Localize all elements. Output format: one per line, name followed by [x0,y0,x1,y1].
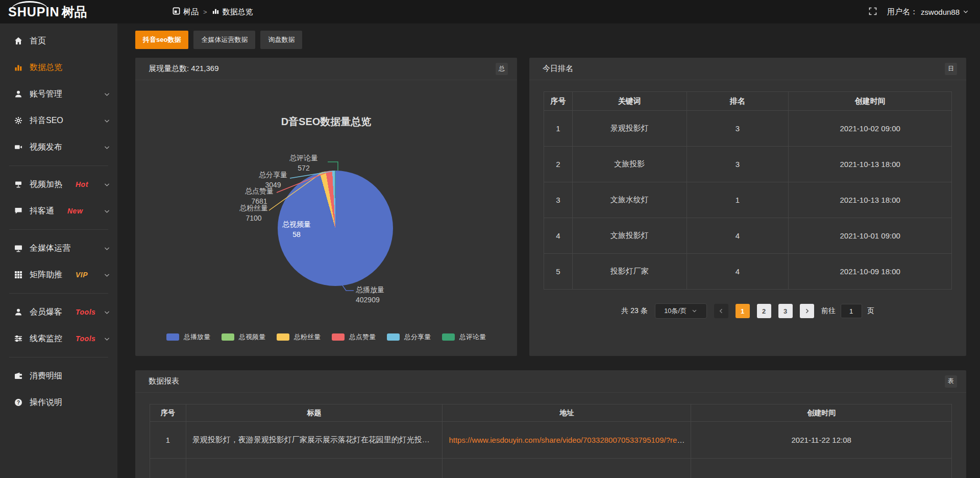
fullscreen-icon[interactable] [869,7,877,17]
legend-label: 总播放量 [184,332,210,342]
pagination: 共 23 条 10条/页 1 2 3 前往 页 [529,303,966,319]
sidebar-item-label: 抖客通 [30,206,54,217]
question-icon: ? [14,398,22,407]
chevron-down-icon [104,144,110,151]
grid-icon [14,271,22,279]
sidebar-item-spending-detail[interactable]: 消费明细 [0,363,117,389]
breadcrumb-item-home[interactable]: 树品 [173,7,199,17]
legend-label: 总分享量 [404,332,431,342]
breadcrumb: 树品 > 数据总览 [173,7,253,17]
legend-swatch [387,333,400,341]
cell-rank: 3 [687,147,789,182]
cell-rank: 4 [687,218,789,254]
sidebar-item-member-burst[interactable]: 会员爆客 Tools [0,299,117,325]
legend-swatch [277,333,289,341]
sidebar-item-lead-monitor[interactable]: 线索监控 Tools [0,325,117,352]
sidebar: 首页 数据总览 账号管理 抖音SEO 视频发布 视频加热 Hot 抖客通 New… [0,23,117,478]
sidebar-item-label: 账号管理 [30,89,62,100]
col-title: 标题 [186,404,443,422]
chart-legend: 总播放量 总视频量 总粉丝量 [135,332,517,342]
panel-title: 今日排名 [543,64,573,74]
chevron-down-icon [104,245,110,252]
chevron-down-icon [963,8,969,16]
pie-chart-area: D音SEO数据量总览 总评论量572 总分享量3049 总点赞量7681 [135,80,517,355]
page-jump-input[interactable] [841,304,862,318]
sidebar-item-data-overview[interactable]: 数据总览 [0,54,117,81]
breadcrumb-separator: > [203,8,207,16]
chevron-down-icon [104,117,110,124]
main-content: 抖音seo数据 全媒体运营数据 询盘数据 展现量总数: 421,369 总 D音… [117,23,980,478]
legend-label: 总粉丝量 [294,332,321,342]
sidebar-item-home[interactable]: 首页 [0,28,117,54]
cell-created: 2021-11-22 12:08 [691,422,952,459]
tab-douyin-seo-data[interactable]: 抖音seo数据 [135,31,188,49]
seo-summary-panel: 展现量总数: 421,369 总 D音SEO数据量总览 总评论量572 总分 [135,58,517,356]
hot-badge: Hot [76,180,88,188]
legend-item[interactable]: 总播放量 [166,332,210,342]
table-row: 1 景观投影灯，夜游景观投影灯厂家展示展示落花灯在花园里的灯光投影应用效果 # … [150,422,952,459]
page-button-1[interactable]: 1 [736,304,750,318]
chevron-down-icon [104,208,110,214]
legend-swatch [442,333,455,341]
sidebar-item-label: 首页 [30,36,46,46]
sidebar-divider [9,165,108,166]
pie-label-plays: 总播放量402909 [356,285,422,305]
table-row-partial [150,459,952,478]
sidebar-item-douketong[interactable]: 抖客通 New [0,198,117,224]
chevron-down-icon [104,336,110,342]
vip-badge: VIP [76,271,88,279]
cell-index: 2 [544,147,573,182]
chat-bubble-icon [14,207,22,215]
sidebar-item-douyin-seo[interactable]: 抖音SEO [0,107,117,134]
col-created: 创建时间 [691,404,952,422]
user-name: zswodun88 [921,8,960,16]
sidebar-item-all-media[interactable]: 全媒体运营 [0,235,117,261]
tab-inquiry-data[interactable]: 询盘数据 [260,31,302,49]
user-icon [14,90,22,98]
page-size-select[interactable]: 10条/页 [655,303,707,319]
sidebar-item-matrix-boost[interactable]: 矩阵助推 VIP [0,261,117,288]
logo-latin: SHUPIN [8,5,59,19]
breadcrumb-item-current[interactable]: 数据总览 [212,7,253,17]
table-badge[interactable]: 表 [945,375,957,388]
chevron-down-icon [692,307,697,315]
report-table: 序号 标题 地址 创建时间 1 景观投影灯，夜游景观投影灯厂家展示展示落花灯在花… [150,404,952,478]
legend-swatch [166,333,179,341]
legend-item[interactable]: 总点赞量 [332,332,376,342]
next-page-button[interactable] [800,304,814,318]
total-badge[interactable]: 总 [496,63,508,75]
video-link[interactable]: https://www.iesdouyin.com/share/video/70… [449,436,691,444]
prev-page-button[interactable] [714,304,728,318]
person-icon [14,308,22,316]
data-report-panel: 数据报表 表 序号 标题 地址 创建时间 1 景观投影灯，夜游景观投影灯厂家展示… [135,370,966,478]
today-ranking-panel: 今日排名 日 序号 关键词 排名 创建时间 1 [529,58,966,356]
legend-item[interactable]: 总视频量 [222,332,265,342]
legend-item[interactable]: 总分享量 [387,332,431,342]
chart-title: D音SEO数据量总览 [135,115,517,129]
bar-chart-icon [14,63,22,71]
sidebar-item-label: 消费明细 [30,371,62,381]
app-grid-icon [173,7,180,16]
legend-item[interactable]: 总粉丝量 [277,332,321,342]
tab-all-media-data[interactable]: 全媒体运营数据 [193,31,255,49]
table-header-row: 序号 关键词 排名 创建时间 [544,92,952,111]
daily-badge[interactable]: 日 [945,63,957,75]
legend-swatch [222,333,234,341]
sidebar-item-video-publish[interactable]: 视频发布 [0,134,117,160]
user-menu[interactable]: 用户名：zswodun88 [887,7,969,17]
cell-created: 2021-10-01 09:00 [789,218,952,254]
sidebar-item-instructions[interactable]: ? 操作说明 [0,389,117,416]
sidebar-item-account[interactable]: 账号管理 [0,81,117,107]
legend-item[interactable]: 总评论量 [442,332,486,342]
page-button-2[interactable]: 2 [757,304,771,318]
video-camera-icon [14,143,22,151]
sidebar-item-label: 会员爆客 [30,307,62,318]
page-button-3[interactable]: 3 [778,304,793,318]
sidebar-item-video-heat[interactable]: 视频加热 Hot [0,171,117,198]
sidebar-divider [9,229,108,230]
page-jump: 前往 页 [821,304,874,318]
ranking-table: 序号 关键词 排名 创建时间 1 景观投影灯 3 2021-10-02 09:0… [544,91,952,290]
cell-url: https://www.iesdouyin.com/share/video/70… [443,422,691,459]
legend-label: 总点赞量 [349,332,376,342]
topbar: SHUPIN 树品 树品 > 数据总览 用户名：zswodun88 [0,0,980,23]
